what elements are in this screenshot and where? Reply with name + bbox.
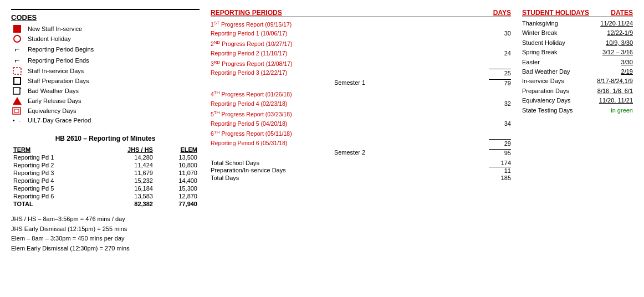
total-row-school: Total School Days 174 [211,160,511,166]
hb-cell-jhs: 14,280 [98,153,155,161]
code-item-early-release: Early Release Days [11,97,200,105]
holiday-row-badweather: Bad Weather Day 2/19 [522,68,633,76]
holiday-row-winter: Winter Break 12/22-1/9 [522,29,633,37]
report-label: Reporting Period 1 (10/06/17) [211,29,489,38]
report-row-2nd-progress: 2ND Progress Report (10/27/17) [211,39,511,48]
hb-cell-jhs: 15,232 [98,177,155,185]
report-days: 25 [489,69,511,78]
days-header: DAYS [493,9,511,17]
code-item-period-begins: ⌐ Reporting Period Begins [11,45,200,54]
semester2-total: 95 [489,149,511,156]
report-row-rp4: Reporting Period 4 (02/23/18) 32 [211,100,511,108]
report-row-rp6: Reporting Period 6 (05/31/18) 29 [211,139,511,148]
hb-note-4: Elem Early Dismissal (12:30pm) = 270 min… [11,244,200,254]
table-row: Reporting Pd 1 14,280 13,500 [11,153,200,161]
hb-cell-elem: 12,870 [155,192,200,200]
equiv-icon [11,107,23,115]
report-label: 6TH Progress Report (05/11/18) [211,129,489,138]
holiday-label: Bad Weather Day [522,68,589,76]
hb-cell-elem: 15,300 [155,185,200,192]
holiday-dates: 8/17-8/24,1/9 [589,77,633,85]
report-days: 30 [489,29,511,38]
hb-cell-jhs: 13,583 [98,192,155,200]
hb-cell-jhs: 11,424 [98,161,155,169]
code-item-staff-inservice: Staff In-service Days [11,67,200,75]
report-days: 24 [489,49,511,58]
report-label: 5TH Progress Report (03/23/18) [211,109,489,118]
reporting-title: REPORTING PERIODS [211,9,282,17]
report-label: Reporting Period 6 (05/31/18) [211,139,489,148]
total-label-total: Total Days [211,175,239,181]
hb-cell-elem: 13,500 [155,153,200,161]
table-row: Reporting Pd 4 15,232 14,400 [11,177,200,185]
holiday-row-spring: Spring Break 3/12 – 3/16 [522,48,633,57]
holidays-title: STUDENT HOLIDAYS [522,9,589,17]
code-label-period-ends: Reporting Period Ends [28,57,89,64]
holiday-dates: 12/22-1/9 [589,29,633,37]
hb-cell-term: Reporting Pd 2 [11,161,98,169]
holiday-dates: 3/12 – 3/16 [589,48,633,57]
hb-col-term: TERM [11,146,98,153]
hb-cell-term: Reporting Pd 3 [11,169,98,177]
report-days [489,39,511,48]
square-outline-icon [11,77,23,85]
code-label-early-release: Early Release Days [28,98,81,104]
table-row: Reporting Pd 2 11,424 10,800 [11,161,200,169]
total-label-prep: Preparation/In-service Days [211,167,286,174]
bar-bottom-icon: ⌐ [11,56,23,65]
holiday-row-easter: Easter 3/30 [522,58,633,66]
hb-cell-jhs: 16,184 [98,185,155,192]
holiday-dates: 11/20-11/24 [589,19,633,28]
holiday-dates: 11/20, 11/21 [589,96,633,105]
svg-rect-0 [13,68,21,74]
svg-rect-4 [14,109,19,112]
hb-cell-jhs: 11,679 [98,169,155,177]
total-row-prep: Preparation/In-service Days 11 [211,167,511,174]
semester2-row: Semester 2 95 [211,149,511,156]
code-label-bad-weather: Bad Weather Days [28,88,79,94]
star-sq-icon: * [11,87,23,95]
hb-cell-term: Reporting Pd 1 [11,153,98,161]
hb-section: HB 2610 – Reporting of Minutes TERM JHS … [11,135,200,253]
svg-rect-1 [13,88,20,94]
report-label: 2ND Progress Report (10/27/17) [211,39,489,48]
holiday-dates-green: in green [589,106,633,115]
report-row-rp1: Reporting Period 1 (10/06/17) 30 [211,29,511,38]
report-label: 1ST Progress Report (09/15/17) [211,19,489,28]
holiday-label: Thanksgiving [522,19,589,28]
code-item-student-holiday: Student Holiday [11,35,200,43]
report-label: Reporting Period 4 (02/23/18) [211,100,489,108]
totals-section: Total School Days 174 Preparation/In-ser… [211,160,511,181]
hb-col-jhs: JHS / HS [98,146,155,153]
report-row-6th-progress: 6TH Progress Report (05/11/18) [211,129,511,138]
holiday-row-inservice: In-service Days 8/17-8/24,1/9 [522,77,633,85]
report-days [489,19,511,28]
report-days: 32 [489,100,511,108]
code-label-staff-inservice: Staff In-service Days [28,68,84,74]
code-item-period-ends: ⌐ Reporting Period Ends [11,56,200,65]
holiday-dates: 10/9, 3/30 [589,39,633,47]
triangle-icon [11,97,23,105]
total-row-total: Total Days 185 [211,175,511,181]
right-panel: REPORTING PERIODS DAYS 1ST Progress Repo… [200,9,633,253]
dot-dash-icon: • - [11,117,23,124]
report-label: Reporting Period 5 (04/20/18) [211,120,489,128]
code-label-student-holiday: Student Holiday [28,35,71,42]
left-panel: CODES New Staff In-service Student Holid… [11,9,200,253]
svg-text:*: * [20,87,22,91]
semester2-label: Semester 2 [211,149,489,156]
code-label-equiv: Equivalency Days [28,107,76,114]
hb-total-jhs: 82,382 [98,200,155,208]
code-item-bad-weather: * Bad Weather Days [11,87,200,95]
semester1-label: Semester 1 [211,79,489,86]
report-days: 34 [489,120,511,128]
holiday-dates: 2/19 [589,68,633,76]
holiday-label: Equivalency Days [522,96,589,105]
bar-top-icon: ⌐ [11,45,23,54]
circle-icon [11,35,23,43]
report-row-rp5: Reporting Period 5 (04/20/18) 34 [211,120,511,128]
holiday-row-prep: Preparation Days 8/16, 1/8, 6/1 [522,87,633,95]
semester1-total: 79 [489,79,511,86]
total-val-total: 185 [489,175,511,181]
table-row: Reporting Pd 3 11,679 11,070 [11,169,200,177]
